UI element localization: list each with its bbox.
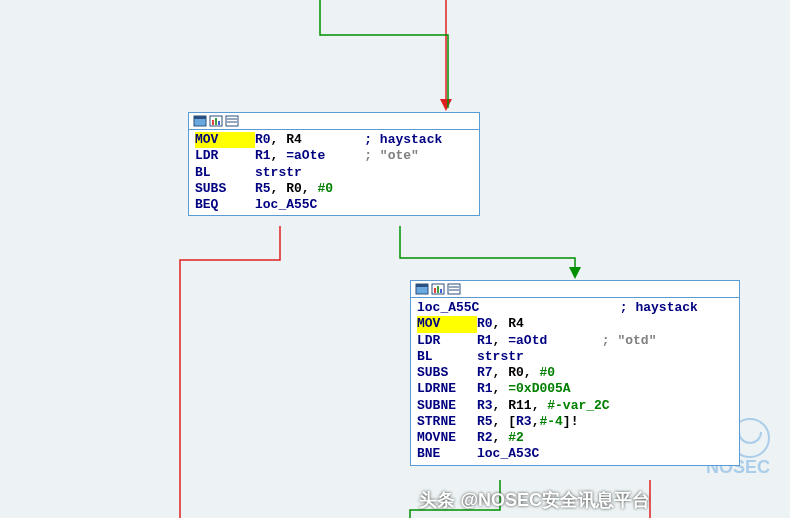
mnemonic: MOV bbox=[417, 316, 477, 332]
operands: loc_A53C bbox=[477, 446, 539, 461]
asm-line[interactable]: MOVNER2, #2 bbox=[417, 430, 733, 446]
block-icon-1 bbox=[415, 283, 429, 295]
block-toolbar bbox=[411, 281, 739, 298]
asm-line[interactable]: SUBNER3, R11, #-var_2C bbox=[417, 398, 733, 414]
operands: strstr bbox=[477, 349, 524, 364]
svg-rect-1 bbox=[194, 116, 206, 119]
block-icon-2 bbox=[431, 283, 445, 295]
comment: ; haystack bbox=[620, 300, 698, 315]
asm-line[interactable]: SUBSR5, R0, #0 bbox=[195, 181, 473, 197]
operands: R5, R0, #0 bbox=[255, 181, 333, 196]
operands: strstr bbox=[255, 165, 302, 180]
block-icon-3 bbox=[447, 283, 461, 295]
block-icon-1 bbox=[193, 115, 207, 127]
mnemonic: SUBS bbox=[195, 181, 255, 197]
mnemonic: SUBS bbox=[417, 365, 477, 381]
operands: loc_A55C bbox=[255, 197, 317, 212]
mnemonic: BL bbox=[195, 165, 255, 181]
asm-line[interactable]: SUBSR7, R0, #0 bbox=[417, 365, 733, 381]
basic-block-1[interactable]: MOVR0, R4 ; haystackLDRR1, =aOte ; "ote"… bbox=[188, 112, 480, 216]
loc-label-line[interactable]: loc_A55C ; haystack bbox=[417, 300, 733, 316]
operands: R0, R4 bbox=[477, 316, 524, 331]
mnemonic: BEQ bbox=[195, 197, 255, 213]
svg-rect-5 bbox=[218, 121, 220, 125]
svg-rect-3 bbox=[212, 120, 214, 125]
svg-rect-13 bbox=[437, 286, 439, 293]
asm-line[interactable]: MOVR0, R4 ; haystack bbox=[195, 132, 473, 148]
mnemonic: MOV bbox=[195, 132, 255, 148]
mnemonic: MOVNE bbox=[417, 430, 477, 446]
mnemonic: SUBNE bbox=[417, 398, 477, 414]
asm-line[interactable]: LDRNER1, =0xD005A bbox=[417, 381, 733, 397]
operands: R1, =aOtd bbox=[477, 333, 547, 348]
graph-canvas[interactable]: MOVR0, R4 ; haystackLDRR1, =aOte ; "ote"… bbox=[0, 0, 790, 518]
asm-line[interactable]: LDRR1, =aOtd ; "otd" bbox=[417, 333, 733, 349]
comment: ; haystack bbox=[364, 132, 442, 147]
mnemonic: STRNE bbox=[417, 414, 477, 430]
asm-line[interactable]: STRNER5, [R3,#-4]! bbox=[417, 414, 733, 430]
asm-line[interactable]: BLstrstr bbox=[195, 165, 473, 181]
svg-rect-14 bbox=[440, 289, 442, 293]
asm-line[interactable]: BNEloc_A53C bbox=[417, 446, 733, 462]
block-icon-3 bbox=[225, 115, 239, 127]
mnemonic: LDRNE bbox=[417, 381, 477, 397]
operands: R5, [R3,#-4]! bbox=[477, 414, 578, 429]
asm-line[interactable]: MOVR0, R4 bbox=[417, 316, 733, 332]
operands: R1, =aOte bbox=[255, 148, 325, 163]
mnemonic: LDR bbox=[195, 148, 255, 164]
basic-block-2[interactable]: loc_A55C ; haystackMOVR0, R4LDRR1, =aOtd… bbox=[410, 280, 740, 466]
operands: R3, R11, #-var_2C bbox=[477, 398, 610, 413]
operands: R2, #2 bbox=[477, 430, 524, 445]
svg-rect-4 bbox=[215, 118, 217, 125]
comment: ; "otd" bbox=[602, 333, 657, 348]
asm-line[interactable]: LDRR1, =aOte ; "ote" bbox=[195, 148, 473, 164]
comment: ; "ote" bbox=[364, 148, 419, 163]
operands: R1, =0xD005A bbox=[477, 381, 571, 396]
footer-attribution: 头条 @NOSEC安全讯息平台 bbox=[419, 488, 650, 512]
block-body: MOVR0, R4 ; haystackLDRR1, =aOte ; "ote"… bbox=[189, 130, 479, 215]
mnemonic: LDR bbox=[417, 333, 477, 349]
block-toolbar bbox=[189, 113, 479, 130]
svg-rect-12 bbox=[434, 288, 436, 293]
block-icon-2 bbox=[209, 115, 223, 127]
svg-rect-10 bbox=[416, 284, 428, 287]
mnemonic: BL bbox=[417, 349, 477, 365]
svg-rect-15 bbox=[448, 284, 460, 294]
block-body: loc_A55C ; haystackMOVR0, R4LDRR1, =aOtd… bbox=[411, 298, 739, 465]
mnemonic: BNE bbox=[417, 446, 477, 462]
operands: R0, R4 bbox=[255, 132, 302, 147]
operands: R7, R0, #0 bbox=[477, 365, 555, 380]
asm-line[interactable]: BEQloc_A55C bbox=[195, 197, 473, 213]
svg-rect-6 bbox=[226, 116, 238, 126]
loc-label: loc_A55C bbox=[417, 300, 479, 315]
asm-line[interactable]: BLstrstr bbox=[417, 349, 733, 365]
